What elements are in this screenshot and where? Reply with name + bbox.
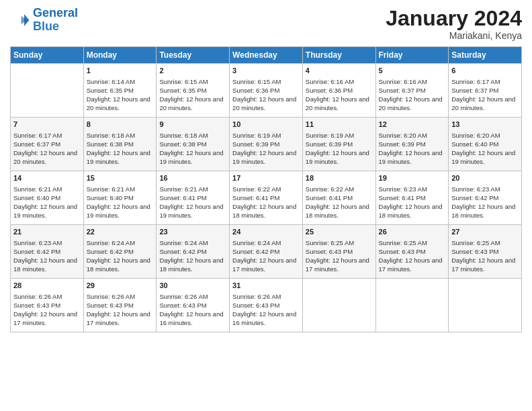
day-number: 22 <box>87 227 154 237</box>
day-info: Sunrise: 6:21 AM Sunset: 6:40 PM Dayligh… <box>13 185 81 220</box>
calendar-cell: 19Sunrise: 6:23 AM Sunset: 6:41 PM Dayli… <box>375 171 449 225</box>
day-number: 8 <box>87 120 154 130</box>
calendar-cell: 2Sunrise: 6:15 AM Sunset: 6:35 PM Daylig… <box>157 64 230 118</box>
calendar-cell: 1Sunrise: 6:14 AM Sunset: 6:35 PM Daylig… <box>83 64 157 118</box>
calendar-cell: 5Sunrise: 6:16 AM Sunset: 6:37 PM Daylig… <box>375 64 449 118</box>
day-number: 7 <box>13 120 81 130</box>
calendar-cell <box>375 279 449 332</box>
calendar-cell: 24Sunrise: 6:24 AM Sunset: 6:42 PM Dayli… <box>230 225 303 279</box>
day-info: Sunrise: 6:19 AM Sunset: 6:39 PM Dayligh… <box>306 131 373 167</box>
day-number: 15 <box>87 173 154 183</box>
day-number: 14 <box>13 173 81 183</box>
col-saturday: Saturday <box>449 47 522 64</box>
day-number: 26 <box>379 227 446 237</box>
header: General Blue January 2024 Mariakani, Ken… <box>10 7 522 41</box>
day-info: Sunrise: 6:17 AM Sunset: 6:37 PM Dayligh… <box>13 131 81 167</box>
week-row-3: 21Sunrise: 6:23 AM Sunset: 6:42 PM Dayli… <box>11 225 522 279</box>
day-info: Sunrise: 6:25 AM Sunset: 6:43 PM Dayligh… <box>451 238 519 274</box>
day-number: 30 <box>159 281 226 291</box>
day-info: Sunrise: 6:24 AM Sunset: 6:42 PM Dayligh… <box>159 238 226 274</box>
calendar-cell: 9Sunrise: 6:18 AM Sunset: 6:38 PM Daylig… <box>157 118 230 171</box>
calendar-cell: 4Sunrise: 6:16 AM Sunset: 6:36 PM Daylig… <box>302 64 375 118</box>
title-block: January 2024 Mariakani, Kenya <box>386 7 522 41</box>
day-number: 23 <box>159 227 226 237</box>
calendar-table: Sunday Monday Tuesday Wednesday Thursday… <box>10 46 522 332</box>
day-number: 13 <box>451 120 519 130</box>
calendar-cell: 10Sunrise: 6:19 AM Sunset: 6:39 PM Dayli… <box>230 118 303 171</box>
day-info: Sunrise: 6:24 AM Sunset: 6:42 PM Dayligh… <box>87 238 154 274</box>
calendar-cell: 17Sunrise: 6:22 AM Sunset: 6:41 PM Dayli… <box>230 171 303 225</box>
logo: General Blue <box>10 7 78 34</box>
day-info: Sunrise: 6:21 AM Sunset: 6:40 PM Dayligh… <box>87 185 154 220</box>
calendar-cell: 31Sunrise: 6:26 AM Sunset: 6:43 PM Dayli… <box>230 279 303 332</box>
day-number: 19 <box>379 173 446 183</box>
calendar-cell: 25Sunrise: 6:25 AM Sunset: 6:43 PM Dayli… <box>302 225 375 279</box>
calendar-cell: 21Sunrise: 6:23 AM Sunset: 6:42 PM Dayli… <box>11 225 84 279</box>
calendar-cell: 13Sunrise: 6:20 AM Sunset: 6:40 PM Dayli… <box>449 118 522 171</box>
day-info: Sunrise: 6:20 AM Sunset: 6:40 PM Dayligh… <box>451 131 519 167</box>
logo-icon <box>10 10 30 30</box>
day-number: 24 <box>232 227 300 237</box>
col-thursday: Thursday <box>302 47 375 64</box>
day-number: 3 <box>232 66 300 76</box>
calendar-cell: 8Sunrise: 6:18 AM Sunset: 6:38 PM Daylig… <box>83 118 157 171</box>
day-info: Sunrise: 6:21 AM Sunset: 6:41 PM Dayligh… <box>159 185 226 220</box>
day-info: Sunrise: 6:24 AM Sunset: 6:42 PM Dayligh… <box>232 238 300 274</box>
day-info: Sunrise: 6:22 AM Sunset: 6:41 PM Dayligh… <box>306 185 373 220</box>
day-number: 17 <box>232 173 300 183</box>
day-info: Sunrise: 6:16 AM Sunset: 6:36 PM Dayligh… <box>306 77 373 113</box>
calendar-cell: 16Sunrise: 6:21 AM Sunset: 6:41 PM Dayli… <box>157 171 230 225</box>
day-info: Sunrise: 6:23 AM Sunset: 6:41 PM Dayligh… <box>379 185 446 220</box>
location: Mariakani, Kenya <box>386 30 522 41</box>
day-info: Sunrise: 6:17 AM Sunset: 6:37 PM Dayligh… <box>451 77 519 113</box>
calendar-cell: 6Sunrise: 6:17 AM Sunset: 6:37 PM Daylig… <box>449 64 522 118</box>
day-number: 16 <box>159 173 226 183</box>
day-number: 20 <box>451 173 519 183</box>
calendar-cell: 29Sunrise: 6:26 AM Sunset: 6:43 PM Dayli… <box>83 279 157 332</box>
calendar-cell: 11Sunrise: 6:19 AM Sunset: 6:39 PM Dayli… <box>302 118 375 171</box>
calendar-cell: 22Sunrise: 6:24 AM Sunset: 6:42 PM Dayli… <box>83 225 157 279</box>
day-number: 18 <box>306 173 373 183</box>
calendar-cell: 7Sunrise: 6:17 AM Sunset: 6:37 PM Daylig… <box>11 118 84 171</box>
day-number: 12 <box>379 120 446 130</box>
header-row: Sunday Monday Tuesday Wednesday Thursday… <box>11 47 522 64</box>
day-number: 27 <box>451 227 519 237</box>
week-row-4: 28Sunrise: 6:26 AM Sunset: 6:43 PM Dayli… <box>11 279 522 332</box>
day-info: Sunrise: 6:18 AM Sunset: 6:38 PM Dayligh… <box>159 131 226 167</box>
day-number: 31 <box>232 281 300 291</box>
week-row-1: 7Sunrise: 6:17 AM Sunset: 6:37 PM Daylig… <box>11 118 522 171</box>
day-number: 10 <box>232 120 300 130</box>
col-monday: Monday <box>83 47 157 64</box>
day-number: 6 <box>451 66 519 76</box>
day-info: Sunrise: 6:18 AM Sunset: 6:38 PM Dayligh… <box>87 131 154 167</box>
calendar-cell: 28Sunrise: 6:26 AM Sunset: 6:43 PM Dayli… <box>11 279 84 332</box>
day-number: 9 <box>159 120 226 130</box>
day-info: Sunrise: 6:14 AM Sunset: 6:35 PM Dayligh… <box>87 77 154 113</box>
calendar-cell <box>449 279 522 332</box>
day-info: Sunrise: 6:26 AM Sunset: 6:43 PM Dayligh… <box>87 292 154 328</box>
calendar-cell: 20Sunrise: 6:23 AM Sunset: 6:42 PM Dayli… <box>449 171 522 225</box>
day-number: 2 <box>159 66 226 76</box>
day-info: Sunrise: 6:20 AM Sunset: 6:39 PM Dayligh… <box>379 131 446 167</box>
day-info: Sunrise: 6:26 AM Sunset: 6:43 PM Dayligh… <box>159 292 226 328</box>
day-info: Sunrise: 6:23 AM Sunset: 6:42 PM Dayligh… <box>13 238 81 274</box>
page: General Blue January 2024 Mariakani, Ken… <box>0 0 532 411</box>
calendar-cell: 3Sunrise: 6:15 AM Sunset: 6:36 PM Daylig… <box>230 64 303 118</box>
logo-text: General Blue <box>33 7 78 34</box>
day-number: 4 <box>306 66 373 76</box>
day-number: 29 <box>87 281 154 291</box>
month-title: January 2024 <box>386 7 522 30</box>
week-row-0: 1Sunrise: 6:14 AM Sunset: 6:35 PM Daylig… <box>11 64 522 118</box>
calendar-cell: 18Sunrise: 6:22 AM Sunset: 6:41 PM Dayli… <box>302 171 375 225</box>
calendar-cell: 30Sunrise: 6:26 AM Sunset: 6:43 PM Dayli… <box>157 279 230 332</box>
calendar-cell: 27Sunrise: 6:25 AM Sunset: 6:43 PM Dayli… <box>449 225 522 279</box>
calendar-cell <box>11 64 84 118</box>
day-info: Sunrise: 6:25 AM Sunset: 6:43 PM Dayligh… <box>379 238 446 274</box>
calendar-cell: 23Sunrise: 6:24 AM Sunset: 6:42 PM Dayli… <box>157 225 230 279</box>
week-row-2: 14Sunrise: 6:21 AM Sunset: 6:40 PM Dayli… <box>11 171 522 225</box>
calendar-cell: 26Sunrise: 6:25 AM Sunset: 6:43 PM Dayli… <box>375 225 449 279</box>
day-info: Sunrise: 6:15 AM Sunset: 6:35 PM Dayligh… <box>159 77 226 113</box>
col-friday: Friday <box>375 47 449 64</box>
calendar-cell: 14Sunrise: 6:21 AM Sunset: 6:40 PM Dayli… <box>11 171 84 225</box>
day-info: Sunrise: 6:16 AM Sunset: 6:37 PM Dayligh… <box>379 77 446 113</box>
